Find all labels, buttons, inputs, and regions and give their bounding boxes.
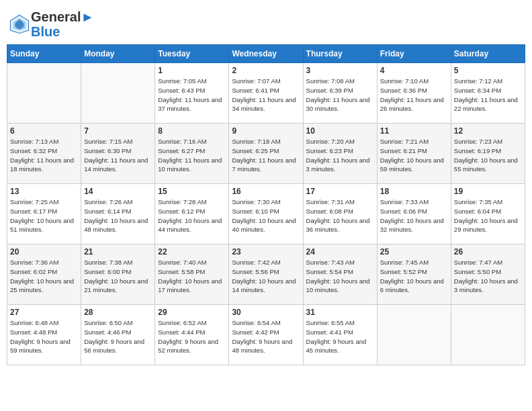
calendar-day-cell: 30Sunrise: 6:54 AM Sunset: 4:42 PM Dayli…	[229, 305, 303, 365]
day-number: 23	[232, 247, 300, 257]
day-number: 29	[158, 308, 226, 317]
day-number: 18	[380, 187, 448, 196]
day-info: Sunrise: 7:28 AM Sunset: 6:12 PM Dayligh…	[158, 197, 226, 234]
day-info: Sunrise: 6:48 AM Sunset: 4:48 PM Dayligh…	[10, 318, 78, 355]
day-number: 27	[10, 308, 78, 317]
day-number: 14	[84, 187, 152, 196]
calendar-day-cell: 26Sunrise: 7:47 AM Sunset: 5:50 PM Dayli…	[451, 244, 525, 305]
logo-icon	[9, 14, 30, 34]
calendar-day-cell	[377, 305, 451, 365]
calendar-week-row: 20Sunrise: 7:36 AM Sunset: 6:02 PM Dayli…	[7, 244, 525, 305]
calendar-table: SundayMondayTuesdayWednesdayThursdayFrid…	[7, 44, 525, 365]
day-number: 28	[84, 308, 152, 317]
day-info: Sunrise: 7:42 AM Sunset: 5:56 PM Dayligh…	[232, 258, 300, 295]
day-number: 22	[158, 247, 226, 257]
day-info: Sunrise: 7:23 AM Sunset: 6:19 PM Dayligh…	[454, 137, 522, 174]
day-info: Sunrise: 6:50 AM Sunset: 4:46 PM Dayligh…	[84, 318, 152, 355]
day-number: 16	[232, 187, 300, 196]
day-number: 13	[10, 187, 78, 196]
day-number: 1	[158, 66, 226, 75]
day-number: 24	[306, 247, 374, 257]
day-number: 31	[306, 308, 374, 317]
calendar-day-cell: 10Sunrise: 7:20 AM Sunset: 6:23 PM Dayli…	[303, 124, 377, 184]
calendar-week-row: 13Sunrise: 7:25 AM Sunset: 6:17 PM Dayli…	[7, 184, 525, 244]
calendar-day-cell: 8Sunrise: 7:16 AM Sunset: 6:27 PM Daylig…	[155, 124, 229, 184]
day-number: 8	[158, 126, 226, 136]
day-info: Sunrise: 7:43 AM Sunset: 5:54 PM Dayligh…	[306, 258, 374, 295]
calendar-day-cell: 23Sunrise: 7:42 AM Sunset: 5:56 PM Dayli…	[229, 244, 303, 305]
day-info: Sunrise: 7:45 AM Sunset: 5:52 PM Dayligh…	[380, 258, 448, 295]
calendar-day-cell: 24Sunrise: 7:43 AM Sunset: 5:54 PM Dayli…	[303, 244, 377, 305]
calendar-day-cell: 20Sunrise: 7:36 AM Sunset: 6:02 PM Dayli…	[7, 244, 81, 305]
day-number: 10	[306, 126, 374, 136]
day-info: Sunrise: 7:30 AM Sunset: 6:10 PM Dayligh…	[232, 197, 300, 234]
calendar-day-cell	[451, 305, 525, 365]
day-number: 6	[10, 126, 78, 136]
calendar-day-cell: 19Sunrise: 7:35 AM Sunset: 6:04 PM Dayli…	[451, 184, 525, 244]
calendar-day-cell: 11Sunrise: 7:21 AM Sunset: 6:21 PM Dayli…	[377, 124, 451, 184]
day-number: 19	[454, 187, 522, 196]
day-info: Sunrise: 7:20 AM Sunset: 6:23 PM Dayligh…	[306, 137, 374, 174]
calendar-day-cell: 22Sunrise: 7:40 AM Sunset: 5:58 PM Dayli…	[155, 244, 229, 305]
weekday-header-cell: Tuesday	[155, 45, 229, 63]
calendar-day-cell: 21Sunrise: 7:38 AM Sunset: 6:00 PM Dayli…	[81, 244, 155, 305]
day-info: Sunrise: 7:12 AM Sunset: 6:34 PM Dayligh…	[454, 77, 522, 113]
calendar-day-cell: 15Sunrise: 7:28 AM Sunset: 6:12 PM Dayli…	[155, 184, 229, 244]
day-info: Sunrise: 7:10 AM Sunset: 6:36 PM Dayligh…	[380, 77, 448, 113]
calendar-day-cell: 27Sunrise: 6:48 AM Sunset: 4:48 PM Dayli…	[7, 305, 81, 365]
calendar-day-cell: 6Sunrise: 7:13 AM Sunset: 6:32 PM Daylig…	[7, 124, 81, 184]
calendar-week-row: 6Sunrise: 7:13 AM Sunset: 6:32 PM Daylig…	[7, 124, 525, 184]
logo-text: General► Blue	[31, 9, 94, 39]
day-number: 21	[84, 247, 152, 257]
day-info: Sunrise: 7:35 AM Sunset: 6:04 PM Dayligh…	[454, 197, 522, 234]
calendar-day-cell: 14Sunrise: 7:26 AM Sunset: 6:14 PM Dayli…	[81, 184, 155, 244]
calendar-day-cell: 17Sunrise: 7:31 AM Sunset: 6:08 PM Dayli…	[303, 184, 377, 244]
calendar-week-row: 27Sunrise: 6:48 AM Sunset: 4:48 PM Dayli…	[7, 305, 525, 365]
day-number: 20	[10, 247, 78, 257]
day-number: 25	[380, 247, 448, 257]
day-info: Sunrise: 7:25 AM Sunset: 6:17 PM Dayligh…	[10, 197, 78, 234]
day-number: 26	[454, 247, 522, 257]
calendar-body: 1Sunrise: 7:05 AM Sunset: 6:43 PM Daylig…	[7, 63, 525, 365]
weekday-header-cell: Wednesday	[229, 45, 303, 63]
day-info: Sunrise: 7:33 AM Sunset: 6:06 PM Dayligh…	[380, 197, 448, 234]
calendar-day-cell: 1Sunrise: 7:05 AM Sunset: 6:43 PM Daylig…	[155, 63, 229, 124]
weekday-header-cell: Sunday	[7, 45, 81, 63]
calendar-day-cell: 16Sunrise: 7:30 AM Sunset: 6:10 PM Dayli…	[229, 184, 303, 244]
calendar-day-cell: 2Sunrise: 7:07 AM Sunset: 6:41 PM Daylig…	[229, 63, 303, 124]
day-info: Sunrise: 7:31 AM Sunset: 6:08 PM Dayligh…	[306, 197, 374, 234]
day-info: Sunrise: 7:21 AM Sunset: 6:21 PM Dayligh…	[380, 137, 448, 174]
calendar-day-cell: 25Sunrise: 7:45 AM Sunset: 5:52 PM Dayli…	[377, 244, 451, 305]
calendar-day-cell: 28Sunrise: 6:50 AM Sunset: 4:46 PM Dayli…	[81, 305, 155, 365]
day-info: Sunrise: 7:16 AM Sunset: 6:27 PM Dayligh…	[158, 137, 226, 174]
calendar-day-cell: 18Sunrise: 7:33 AM Sunset: 6:06 PM Dayli…	[377, 184, 451, 244]
calendar-day-cell: 9Sunrise: 7:18 AM Sunset: 6:25 PM Daylig…	[229, 124, 303, 184]
calendar-day-cell	[81, 63, 155, 124]
day-number: 4	[380, 66, 448, 75]
day-info: Sunrise: 7:36 AM Sunset: 6:02 PM Dayligh…	[10, 258, 78, 295]
day-info: Sunrise: 7:26 AM Sunset: 6:14 PM Dayligh…	[84, 197, 152, 234]
day-number: 11	[380, 126, 448, 136]
calendar-week-row: 1Sunrise: 7:05 AM Sunset: 6:43 PM Daylig…	[7, 63, 525, 124]
calendar-day-cell: 3Sunrise: 7:08 AM Sunset: 6:39 PM Daylig…	[303, 63, 377, 124]
day-info: Sunrise: 7:18 AM Sunset: 6:25 PM Dayligh…	[232, 137, 300, 174]
calendar-day-cell	[7, 63, 81, 124]
weekday-header-cell: Friday	[377, 45, 451, 63]
day-number: 2	[232, 66, 300, 75]
day-number: 30	[232, 308, 300, 317]
day-number: 12	[454, 126, 522, 136]
calendar-day-cell: 29Sunrise: 6:52 AM Sunset: 4:44 PM Dayli…	[155, 305, 229, 365]
day-number: 3	[306, 66, 374, 75]
weekday-header-cell: Saturday	[451, 45, 525, 63]
page-header: General► Blue	[7, 7, 525, 39]
day-info: Sunrise: 7:07 AM Sunset: 6:41 PM Dayligh…	[232, 77, 300, 113]
day-number: 9	[232, 126, 300, 136]
day-number: 17	[306, 187, 374, 196]
day-info: Sunrise: 7:47 AM Sunset: 5:50 PM Dayligh…	[454, 258, 522, 295]
logo: General► Blue	[9, 9, 94, 39]
weekday-header-cell: Thursday	[303, 45, 377, 63]
day-info: Sunrise: 6:55 AM Sunset: 4:41 PM Dayligh…	[306, 318, 374, 355]
day-number: 15	[158, 187, 226, 196]
day-info: Sunrise: 6:52 AM Sunset: 4:44 PM Dayligh…	[158, 318, 226, 355]
calendar-day-cell: 13Sunrise: 7:25 AM Sunset: 6:17 PM Dayli…	[7, 184, 81, 244]
